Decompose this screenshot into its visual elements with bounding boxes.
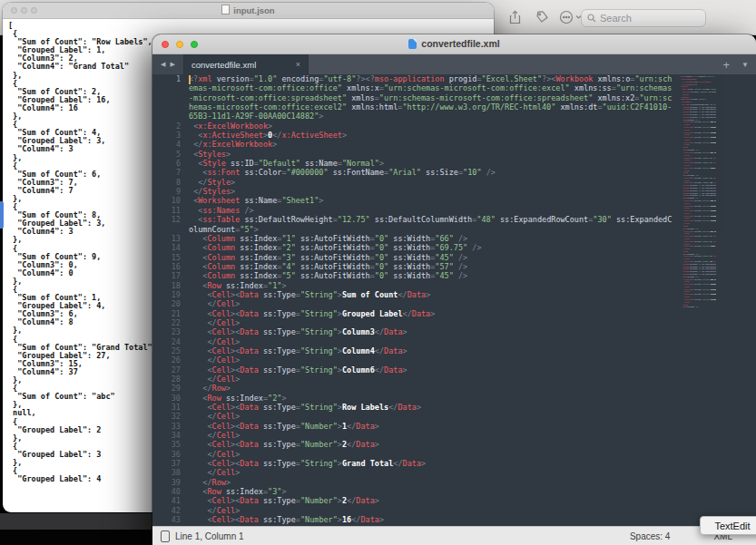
code-line[interactable]: 7 <ss:Font ss:Color="#000000" ss:FontNam…: [152, 168, 756, 177]
more-actions-icon[interactable]: [559, 10, 583, 28]
editor-tabbar: ◀ ▶ convertedfile.xml × + ▼: [152, 54, 756, 74]
code-line[interactable]: 39 </Row>: [152, 478, 756, 487]
line-number: 12: [152, 215, 189, 234]
line-number: 24: [152, 337, 189, 346]
line-number: 3: [152, 131, 189, 140]
code-line[interactable]: 17 <Column ss:Index="5" ss:AutoFitWidth=…: [152, 271, 756, 280]
code-line[interactable]: 1<?xml version="1.0" encoding="utf-8"?><…: [152, 74, 756, 122]
code-line[interactable]: 8 </Style>: [152, 178, 756, 187]
line-number: 6: [152, 159, 189, 168]
editor-window: convertedfile.xml ◀ ▶ convertedfile.xml …: [152, 34, 756, 545]
code-line[interactable]: 18 <Row ss:Index="1">: [152, 281, 756, 290]
code-line[interactable]: 12 <ss:Table ss:DefaultRowHeight="12.75"…: [152, 215, 756, 234]
minimap-content: <?xml version="1.0" encoding="utf-8"?><?…: [680, 75, 716, 309]
code-editor-area[interactable]: 1<?xml version="1.0" encoding="utf-8"?><…: [152, 74, 756, 527]
code-line-text: <Cell><Data ss:Type="String">Column4</Da…: [189, 346, 673, 355]
code-line[interactable]: 21 <Cell><Data ss:Type="String">Grouped …: [152, 309, 756, 318]
code-line-text: </Cell>: [189, 299, 673, 308]
tab-convertedfile-xml[interactable]: convertedfile.xml ×: [184, 54, 309, 74]
editor-titlebar: convertedfile.xml: [152, 34, 756, 54]
editor-statusbar: Line 1, Column 1 Spaces: 4 XML: [152, 526, 756, 545]
tag-icon[interactable]: [535, 10, 549, 28]
code-line[interactable]: 35 <Cell><Data ss:Type="Number">2</Data>: [152, 440, 756, 449]
forward-icon[interactable]: ▶: [171, 61, 175, 68]
code-line[interactable]: 6 <Style ss:ID="Default" ss:Name="Normal…: [152, 159, 756, 168]
code-line-text: <Row ss:Index="1">: [189, 281, 673, 290]
code-line[interactable]: 36 </Cell>: [152, 450, 756, 459]
tab-nav: ◀ ▶: [152, 54, 184, 74]
code-line[interactable]: 9 </Styles>: [152, 187, 756, 196]
code-line[interactable]: 40 <Row ss:Index="3">: [152, 487, 756, 496]
code-line-text: <?xml version="1.0" encoding="utf-8"?><?…: [189, 74, 673, 122]
line-number: 7: [152, 168, 189, 177]
search-input[interactable]: Search: [581, 9, 706, 27]
line-number: 34: [152, 431, 189, 440]
code-line[interactable]: 3 <x:ActiveSheet>0</x:ActiveSheet>: [152, 131, 756, 140]
new-tab-icon[interactable]: +: [722, 59, 730, 71]
code-line-text: <x:ActiveSheet>0</x:ActiveSheet>: [189, 131, 673, 140]
code-line[interactable]: 5 <Styles>: [152, 150, 756, 159]
code-line-text: <ss:Font ss:Color="#000000" ss:FontName=…: [189, 168, 673, 177]
line-number: 2: [152, 122, 189, 131]
code-line-text: <Styles>: [189, 150, 673, 159]
line-number: 43: [152, 515, 189, 524]
code-line[interactable]: 30 <Row ss:Index="2">: [152, 394, 756, 403]
code-line-text: </Cell>: [189, 355, 673, 365]
line-number: 27: [152, 365, 189, 375]
edge-scroll-indicator: [0, 201, 4, 229]
back-icon[interactable]: ◀: [161, 61, 165, 68]
code-line-text: <Column ss:Index="1" ss:AutoFitWidth="0"…: [189, 234, 673, 243]
code-line[interactable]: 43 <Cell><Data ss:Type="Number">16</Data…: [152, 515, 756, 524]
line-number: 25: [152, 346, 189, 355]
desktop: Search input.json [ { "Sum of Count": "R…: [0, 0, 756, 545]
code-line-text: </Cell>: [189, 431, 673, 440]
line-number: 37: [152, 459, 189, 468]
code-line[interactable]: 13 <Column ss:Index="1" ss:AutoFitWidth=…: [152, 234, 756, 243]
code-line[interactable]: 34 </Cell>: [152, 431, 756, 440]
line-number: 31: [152, 403, 189, 412]
line-number: 1: [152, 74, 189, 122]
code-line[interactable]: 4 </x:ExcelWorkbook>: [152, 140, 756, 149]
code-line-text: <Cell><Data ss:Type="String">Column3</Da…: [189, 327, 673, 336]
line-number: 18: [152, 281, 189, 290]
share-icon[interactable]: [508, 10, 522, 28]
line-number: 28: [152, 375, 189, 384]
code-line[interactable]: 26 </Cell>: [152, 355, 756, 365]
code-line-text: <Row ss:Index="2">: [189, 394, 673, 403]
code-line-text: </Cell>: [189, 318, 673, 327]
tab-menu-icon[interactable]: ▼: [741, 61, 749, 69]
code-line[interactable]: 42 </Cell>: [152, 506, 756, 515]
code-line[interactable]: 37 <Cell><Data ss:Type="String">Grand To…: [152, 459, 756, 468]
code-line[interactable]: 10 <Worksheet ss:Name="Sheet1">: [152, 196, 756, 205]
code-line[interactable]: 15 <Column ss:Index="3" ss:AutoFitWidth=…: [152, 253, 756, 262]
line-number: 40: [152, 487, 189, 496]
code-line[interactable]: 32 </Cell>: [152, 412, 756, 421]
code-line[interactable]: 23 <Cell><Data ss:Type="String">Column3<…: [152, 327, 756, 336]
code-line[interactable]: 19 <Cell><Data ss:Type="String">Sum of C…: [152, 290, 756, 299]
indent-setting[interactable]: Spaces: 4: [630, 531, 670, 541]
code-line[interactable]: 28 </Cell>: [152, 375, 756, 384]
code-line[interactable]: 14 <Column ss:Index="2" ss:AutoFitWidth=…: [152, 243, 756, 252]
code-line-text: </Cell>: [189, 412, 673, 421]
line-number: 39: [152, 478, 189, 487]
code-line[interactable]: 31 <Cell><Data ss:Type="String">Row Labe…: [152, 403, 756, 412]
code-line[interactable]: 38 </Cell>: [152, 468, 756, 477]
code-line[interactable]: 16 <Column ss:Index="4" ss:AutoFitWidth=…: [152, 262, 756, 271]
code-line[interactable]: 22 </Cell>: [152, 318, 756, 327]
code-line[interactable]: 20 </Cell>: [152, 299, 756, 308]
line-number: 9: [152, 187, 189, 196]
code-line-text: </Row>: [189, 384, 673, 393]
code-line[interactable]: 33 <Cell><Data ss:Type="Number">1</Data>: [152, 422, 756, 431]
code-line-text: </Cell>: [189, 450, 673, 459]
code-line[interactable]: 24 </Cell>: [152, 337, 756, 346]
minimap[interactable]: <?xml version="1.0" encoding="utf-8"?><?…: [680, 75, 716, 309]
code-line[interactable]: 29 </Row>: [152, 384, 756, 393]
code-line[interactable]: 25 <Cell><Data ss:Type="String">Column4<…: [152, 346, 756, 355]
code-line[interactable]: 2 <x:ExcelWorkbook>: [152, 122, 756, 131]
code-line[interactable]: 41 <Cell><Data ss:Type="Number">2</Data>: [152, 496, 756, 505]
code-line[interactable]: 11 <ss:Names />: [152, 206, 756, 215]
tab-label: convertedfile.xml: [191, 60, 256, 70]
code-line[interactable]: 27 <Cell><Data ss:Type="String">Column6<…: [152, 365, 756, 375]
close-tab-icon[interactable]: ×: [296, 60, 300, 69]
vintage-mode-icon[interactable]: [161, 530, 170, 542]
